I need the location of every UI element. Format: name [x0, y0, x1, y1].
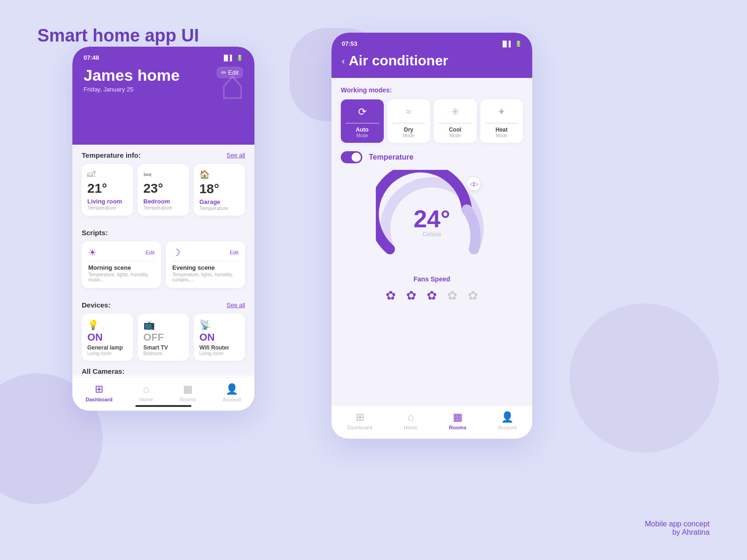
dry-icon: ≈ — [406, 106, 411, 118]
garage-temp-label: Temperature — [199, 205, 240, 211]
nav-account-label: Account — [223, 397, 241, 402]
nav-rooms[interactable]: ▦ Rooms — [180, 383, 196, 402]
morning-scene-desc: Temperature, lights, humidity, music... — [88, 272, 155, 282]
tv-status: OFF — [143, 331, 183, 343]
temp-cards: 🛋 21° Living room Temperature 🛏 23° Bedr… — [82, 164, 245, 216]
temp-card-living[interactable]: 🛋 21° Living room Temperature — [82, 164, 133, 216]
nav2-dashboard[interactable]: ⊞ Dashboard — [347, 411, 373, 430]
phone2-header: 07:53 ▐▌▌ 🔋 ‹ Air conditioner — [331, 33, 532, 78]
garage-icon: 🏠 — [199, 169, 240, 180]
dial-unit: Celsius — [423, 231, 441, 238]
rooms-icon-2: ▦ — [453, 411, 463, 423]
lamp-device-card[interactable]: 💡 ON General lamp Living room — [82, 314, 133, 361]
evening-scene-name: Evening scene — [172, 264, 239, 271]
phone2-bottom-nav: ⊞ Dashboard ⌂ Home ▦ Rooms 👤 Account — [331, 405, 532, 439]
dashboard-icon: ⊞ — [95, 383, 103, 395]
ac-title: Air conditioner — [349, 53, 448, 69]
bed-icon: 🛋 — [87, 169, 127, 179]
rooms-icon: ▦ — [183, 383, 193, 395]
phone1-header: 07:48 ▐▌▌ 🔋 James home Friday, January 2… — [72, 47, 254, 145]
temp-section-label: Temperature — [369, 153, 414, 161]
wifi-icon: 🔋 — [236, 55, 243, 61]
home-icon-2: ⌂ — [408, 411, 414, 423]
temp-toggle-row: Temperature — [341, 151, 523, 163]
fan-3[interactable]: ✿ — [427, 288, 437, 303]
nav2-account-label: Account — [498, 425, 516, 430]
cameras-title: All Cameras: — [82, 367, 125, 375]
home-icon: ⌂ — [143, 383, 149, 395]
moon-icon: ☽ — [172, 247, 181, 258]
fan-4[interactable]: ✿ — [447, 288, 458, 303]
evening-edit-btn[interactable]: Edit — [230, 250, 239, 255]
phone2: 07:53 ▐▌▌ 🔋 ‹ Air conditioner Working mo… — [331, 33, 532, 439]
time-2: 07:53 — [342, 40, 357, 47]
nav2-account[interactable]: 👤 Account — [498, 411, 516, 430]
nav-rooms-label: Rooms — [180, 397, 196, 402]
page-title: Smart home app UI — [37, 26, 199, 46]
mode-cool[interactable]: ✳ Cool Mode — [434, 99, 477, 143]
battery-icon-2: 🔋 — [515, 41, 522, 47]
devices-section: Devices: See all 💡 ON General lamp Livin… — [72, 294, 254, 361]
temp-section-title: Temperature info: — [82, 151, 141, 159]
living-temp-room: Living room — [87, 198, 127, 205]
devices-title: Devices: — [82, 301, 111, 309]
nav2-rooms[interactable]: ▦ Rooms — [449, 411, 466, 430]
evening-scene-desc: Temperature, lights, humidity, curtains,… — [172, 272, 239, 282]
cool-mode-sub: Mode — [449, 133, 461, 138]
temp-see-all[interactable]: See all — [226, 152, 245, 159]
nav2-home[interactable]: ⌂ Home — [404, 411, 417, 430]
cameras-section: All Cameras: — [72, 361, 254, 376]
garage-temp-room: Garage — [199, 198, 240, 205]
heat-mode-name: Heat — [495, 126, 507, 133]
phone1-body: Temperature info: See all 🛋 21° Living r… — [72, 145, 254, 376]
nav-account[interactable]: 👤 Account — [223, 383, 241, 402]
wifi-router-icon: 📡 — [199, 319, 240, 330]
script-cards: ☀ Edit Morning scene Temperature, lights… — [82, 241, 245, 288]
fan-2[interactable]: ✿ — [406, 288, 416, 303]
scripts-title: Scripts: — [82, 229, 108, 237]
fan-1[interactable]: ✿ — [386, 288, 396, 303]
sun-icon: ☀ — [88, 247, 97, 258]
temperature-dial[interactable]: 24° Celsius ◁▷ — [376, 170, 488, 268]
mode-heat[interactable]: ✦ Heat Mode — [480, 99, 523, 143]
nav-dashboard[interactable]: ⊞ Dashboard — [86, 383, 113, 402]
fan-5[interactable]: ✿ — [468, 288, 478, 303]
tv-name: Smart TV — [143, 344, 183, 351]
dial-temp-value: 24° — [414, 205, 451, 233]
temp-card-bedroom[interactable]: 🛏 23° Bedroom Temperature — [138, 164, 189, 216]
temp-card-garage[interactable]: 🏠 18° Garage Temperature — [194, 164, 245, 216]
footer-text: Mobile app concept by Ahratina — [645, 520, 710, 537]
working-modes-section: Working modes: ⟳ Auto Mode ≈ Dry Mode ✳ — [341, 86, 523, 143]
mode-cards: ⟳ Auto Mode ≈ Dry Mode ✳ Cool Mode — [341, 99, 523, 143]
mode-dry[interactable]: ≈ Dry Mode — [388, 99, 430, 143]
dry-mode-name: Dry — [404, 126, 413, 133]
wifi-device-card[interactable]: 📡 ON Wifi Router Living room — [194, 314, 245, 361]
account-icon-2: 👤 — [501, 411, 514, 423]
fans-row: ✿ ✿ ✿ ✿ ✿ — [341, 288, 523, 303]
home-name: James home — [84, 67, 180, 84]
phone1: 07:48 ▐▌▌ 🔋 James home Friday, January 2… — [72, 47, 254, 411]
status-icons-2: ▐▌▌ 🔋 — [500, 41, 522, 47]
temp-toggle[interactable] — [341, 151, 362, 163]
signal-icon-2: ▐▌▌ — [500, 41, 513, 47]
heat-icon: ✦ — [497, 106, 506, 118]
nav-home[interactable]: ⌂ Home — [139, 383, 153, 402]
bedroom-temp-room: Bedroom — [143, 198, 183, 205]
home-deco-icon: ⌂ — [220, 61, 245, 109]
dial-handle[interactable]: ◁▷ — [467, 177, 480, 190]
tv-device-card[interactable]: 📺 OFF Smart TV Bedroom — [138, 314, 189, 361]
morning-scene-card[interactable]: ☀ Edit Morning scene Temperature, lights… — [82, 241, 161, 288]
bedroom-temp-value: 23° — [143, 181, 183, 196]
footer-line1: Mobile app concept — [645, 520, 710, 528]
devices-see-all[interactable]: See all — [226, 301, 245, 308]
evening-scene-card[interactable]: ☽ Edit Evening scene Temperature, lights… — [166, 241, 245, 288]
device-cards: 💡 ON General lamp Living room 📺 OFF Smar… — [82, 314, 245, 361]
auto-mode-name: Auto — [356, 126, 368, 133]
mode-auto[interactable]: ⟳ Auto Mode — [341, 99, 384, 143]
back-button[interactable]: ‹ — [342, 56, 345, 66]
morning-edit-btn[interactable]: Edit — [146, 250, 155, 255]
account-icon: 👤 — [226, 383, 238, 395]
auto-icon: ⟳ — [358, 106, 366, 118]
status-bar-1: 07:48 ▐▌▌ 🔋 — [84, 54, 243, 61]
home-indicator — [135, 405, 191, 407]
